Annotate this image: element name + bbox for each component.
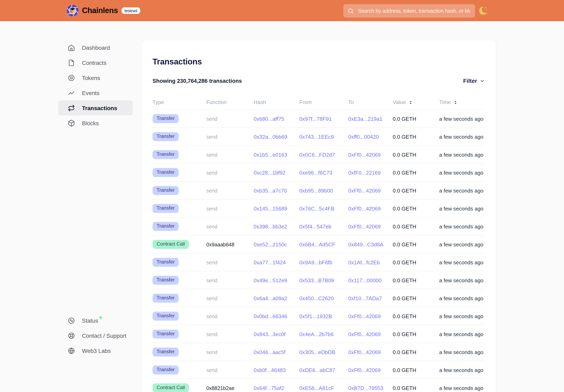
hash-link[interactable]: 0x0bd...66346 bbox=[254, 313, 287, 319]
time-text: a few seconds ago bbox=[439, 313, 483, 319]
time-text: a few seconds ago bbox=[439, 295, 483, 301]
from-link[interactable]: 0x4eA...2b7b6 bbox=[299, 331, 334, 337]
to-link[interactable]: 0xFf0...42069 bbox=[348, 313, 381, 319]
sidebar-item-status[interactable]: Status bbox=[58, 313, 133, 328]
to-link[interactable]: 0xFf0...42069 bbox=[348, 152, 381, 158]
function-label: send bbox=[206, 116, 217, 122]
from-link[interactable]: 0x743...1EEc9 bbox=[299, 134, 334, 140]
to-link[interactable]: 0xFf0...42069 bbox=[348, 349, 381, 355]
from-link[interactable]: 0x533...B7B09 bbox=[299, 277, 334, 283]
from-link[interactable]: 0x0C6...FD2d7 bbox=[299, 152, 335, 158]
hash-link[interactable]: 0xb35...a7c70 bbox=[254, 188, 287, 194]
hash-link[interactable]: 0x145...15689 bbox=[254, 206, 287, 212]
from-link[interactable]: 0xb95...89b00 bbox=[299, 188, 333, 194]
hash-link[interactable]: 0x32a...0bb69 bbox=[254, 134, 287, 140]
column-label: Type bbox=[152, 99, 164, 105]
filter-button[interactable]: Filter bbox=[463, 78, 485, 84]
value-text: 0.0 GETH bbox=[393, 331, 416, 337]
table-row: Transfer send 0x32a...0bb69 0x743...1EEc… bbox=[152, 128, 485, 146]
value-text: 0.0 GETH bbox=[393, 385, 416, 391]
time-text: a few seconds ago bbox=[439, 277, 483, 283]
sidebar-item-transactions[interactable]: Transactions bbox=[58, 100, 133, 115]
hash-link[interactable]: 0x046...aac5f bbox=[254, 349, 286, 355]
hash-link[interactable]: 0x680...aff75 bbox=[254, 116, 284, 122]
sidebar-item-blocks[interactable]: Blocks bbox=[58, 115, 133, 130]
hash-link[interactable]: 0x49e...512e9 bbox=[254, 277, 287, 283]
hash-link[interactable]: 0x843...3ec0f bbox=[254, 331, 286, 337]
search-input[interactable] bbox=[357, 8, 471, 14]
from-link[interactable]: 0x76C...5c4FB bbox=[299, 206, 334, 212]
hash-link[interactable]: 0x398...bb3e2 bbox=[254, 224, 287, 230]
type-badge: Transfer bbox=[152, 330, 179, 338]
to-link[interactable]: 0xFf0...42069 bbox=[348, 367, 381, 373]
from-link[interactable]: 0x97f...78F91 bbox=[299, 116, 332, 122]
logo-link[interactable]: Chainlens testnet bbox=[67, 4, 140, 17]
sidebar-item-events[interactable]: Events bbox=[58, 85, 133, 100]
column-header-value[interactable]: Value bbox=[393, 99, 439, 105]
to-link[interactable]: 0xFf0...42069 bbox=[348, 224, 381, 230]
page: Chainlens testnet DashboardContractsToke… bbox=[0, 0, 564, 392]
filter-label: Filter bbox=[463, 78, 477, 84]
type-badge: Transfer bbox=[152, 365, 179, 375]
type-badge: Transfer bbox=[152, 312, 179, 321]
from-link[interactable]: 0x9A9...bF6fb bbox=[299, 259, 332, 266]
sort-icon[interactable] bbox=[408, 100, 413, 105]
from-link[interactable]: 0x450...C2620 bbox=[299, 295, 334, 301]
sidebar-item-web3-labs[interactable]: Web3 Labs bbox=[58, 343, 133, 358]
search-bar[interactable] bbox=[343, 4, 475, 17]
hash-link[interactable]: 0x6a4...a09a2 bbox=[254, 295, 287, 301]
hash-link[interactable]: 0xa77...1f424 bbox=[254, 259, 286, 266]
column-label: Function bbox=[206, 99, 227, 105]
function-label: send bbox=[206, 188, 217, 194]
table-row: Transfer send 0xa77...1f424 0x9A9...bF6f… bbox=[152, 253, 485, 271]
time-text: a few seconds ago bbox=[439, 259, 483, 266]
hash-link[interactable]: 0x64f...75af2 bbox=[254, 385, 284, 391]
time-text: a few seconds ago bbox=[439, 241, 483, 248]
to-link[interactable]: 0xB7D...79553 bbox=[348, 385, 383, 391]
from-link[interactable]: 0x5f1...1932B bbox=[299, 313, 332, 319]
time-text: a few seconds ago bbox=[439, 206, 483, 212]
from-link[interactable]: 0xDE6...abC87 bbox=[299, 367, 335, 373]
hash-link[interactable]: 0x1b5...e0163 bbox=[254, 152, 287, 158]
sidebar-item-label: Web3 Labs bbox=[82, 347, 111, 354]
column-header-time[interactable]: Time bbox=[439, 99, 485, 105]
to-link[interactable]: 0xFf0...42069 bbox=[348, 188, 381, 194]
sidebar-item-contact-support[interactable]: Contact / Support bbox=[58, 328, 133, 343]
theme-toggle-moon-icon[interactable] bbox=[478, 6, 488, 15]
value-text: 0.0 GETH bbox=[393, 134, 416, 140]
sidebar-item-dashboard[interactable]: Dashboard bbox=[58, 40, 133, 55]
hash-link[interactable]: 0xb0f...46483 bbox=[254, 367, 286, 373]
table-header-row: TypeFunctionHashFromToValueTime bbox=[152, 95, 485, 110]
type-badge: Transfer bbox=[152, 150, 179, 159]
sort-icon[interactable] bbox=[453, 100, 458, 105]
to-link[interactable]: 0xFf0...42069 bbox=[348, 331, 381, 337]
table-row: Transfer send 0x398...bb3e2 0x5f4...547e… bbox=[152, 218, 485, 236]
hash-link[interactable]: 0xc28...1bf92 bbox=[254, 170, 286, 176]
from-link[interactable]: 0x6B4...Ad5CF bbox=[299, 241, 335, 248]
hash-link[interactable]: 0xe52...2150c bbox=[254, 241, 287, 248]
sidebar-item-contracts[interactable]: Contracts bbox=[58, 55, 133, 70]
to-link[interactable]: 0xff0...00420 bbox=[348, 134, 379, 140]
transactions-panel: Transactions Showing 230,764,286 transac… bbox=[141, 40, 496, 392]
from-link[interactable]: 0x5f4...547eb bbox=[299, 224, 331, 230]
column-header-hash: Hash bbox=[254, 99, 299, 105]
sidebar-item-tokens[interactable]: Tokens bbox=[58, 70, 133, 85]
to-link[interactable]: 0xfF0...22169 bbox=[348, 170, 381, 176]
to-link[interactable]: 0x117...00000 bbox=[348, 277, 382, 283]
value-text: 0.0 GETH bbox=[393, 367, 416, 373]
from-link[interactable]: 0x305...eDbDB bbox=[299, 349, 335, 355]
value-text: 0.0 GETH bbox=[393, 170, 416, 176]
to-link[interactable]: 0xE3a...219a1 bbox=[348, 116, 383, 122]
column-label: Value bbox=[393, 99, 406, 105]
sidebar-item-label: Tokens bbox=[82, 74, 100, 81]
from-link[interactable]: 0xE58...A81cF bbox=[299, 385, 334, 391]
to-link[interactable]: 0xFf0...42069 bbox=[348, 206, 381, 212]
to-link[interactable]: 0xf10...7ADa7 bbox=[348, 295, 382, 301]
function-label: send bbox=[206, 332, 217, 337]
to-link[interactable]: 0x1Af...fc2Eb bbox=[348, 259, 380, 266]
sidebar-footer: StatusContact / SupportWeb3 Labs bbox=[58, 313, 133, 358]
to-link[interactable]: 0x849...C3d8A bbox=[348, 241, 383, 248]
from-link[interactable]: 0xe96...f6C73 bbox=[299, 170, 332, 176]
column-header-from: From bbox=[299, 99, 348, 105]
type-badge: Transfer bbox=[152, 222, 179, 231]
